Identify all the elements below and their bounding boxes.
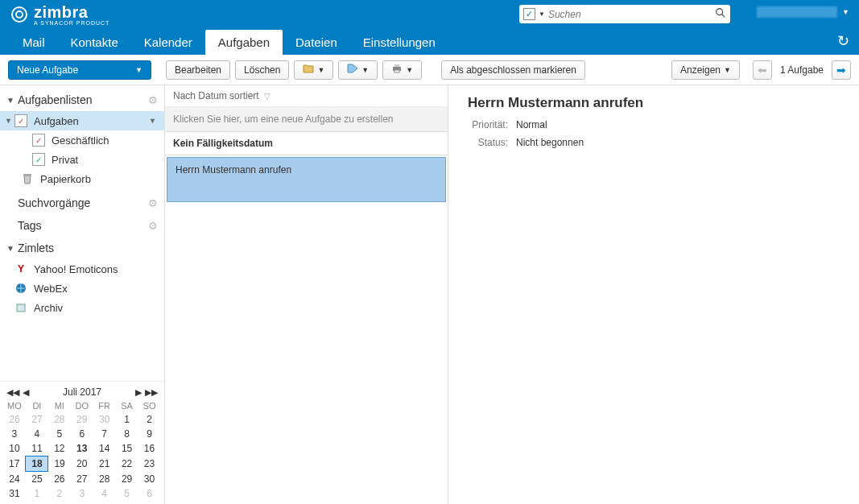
calendar-title[interactable]: Juli 2017 [63,386,101,398]
svg-rect-6 [394,70,399,72]
sort-header[interactable]: Nach Datum sortiert ▽ [165,85,448,107]
cal-day[interactable]: 30 [93,412,116,427]
trash-icon [21,172,34,185]
cal-day[interactable]: 23 [138,456,161,472]
cal-prev-month[interactable]: ◀ [23,387,29,398]
cal-day[interactable]: 9 [138,427,161,441]
cal-day[interactable]: 10 [3,441,26,456]
cal-day[interactable]: 1 [116,412,138,427]
cal-day[interactable]: 1 [26,486,48,501]
gear-icon[interactable]: ⚙ [148,94,158,106]
search-icon[interactable] [715,7,726,21]
print-menu[interactable]: ▼ [382,60,422,80]
search-input[interactable] [548,9,715,20]
archive-icon [14,301,27,314]
chevron-down-icon: ▼ [361,66,369,74]
tab-kalender[interactable]: Kalender [131,30,205,55]
cal-day[interactable]: 26 [3,412,26,427]
cal-day[interactable]: 12 [48,441,71,456]
tab-einstellungen[interactable]: Einstellungen [350,30,448,55]
new-task-inline[interactable]: Klicken Sie hier, um eine neue Aufgabe z… [165,107,448,132]
search-scope-caret-icon[interactable]: ▼ [539,10,545,18]
prev-page-button[interactable]: ⬅ [753,60,772,80]
cal-day[interactable]: 5 [48,427,71,441]
tags-header[interactable]: Tags ⚙ [0,214,164,237]
zimbra-icon [10,5,29,24]
cal-day[interactable]: 31 [3,486,26,501]
tab-dateien[interactable]: Dateien [283,30,350,55]
cal-prev-year[interactable]: ◀◀ [6,387,19,398]
cal-day[interactable]: 29 [71,412,93,427]
task-lists-header[interactable]: ▼ Aufgabenlisten ⚙ [0,89,164,111]
next-page-button[interactable]: ➡ [832,60,851,80]
mark-complete-button[interactable]: Als abgeschlossen markieren [441,60,585,80]
cal-day[interactable]: 7 [93,427,116,441]
user-name [757,6,837,18]
tab-mail[interactable]: Mail [10,30,58,55]
search-box[interactable]: ✓ ▼ [519,5,730,23]
user-menu[interactable]: ▼ [757,6,849,18]
cal-day[interactable]: 18 [26,456,48,472]
tag-menu[interactable]: ▼ [338,60,378,80]
task-group-header: Kein Fälligkeitsdatum [165,132,448,155]
cal-day[interactable]: 27 [71,472,93,487]
cal-day[interactable]: 2 [48,486,71,501]
zimlet-webex[interactable]: WebEx [0,279,164,298]
cal-day[interactable]: 6 [138,486,161,501]
tab-kontakte[interactable]: Kontakte [58,30,131,55]
svg-line-3 [722,14,725,18]
cal-day[interactable]: 19 [48,456,71,472]
cal-day[interactable]: 21 [93,456,116,472]
zimlet-archiv[interactable]: Archiv [0,298,164,317]
cal-day[interactable]: 27 [26,412,48,427]
cal-day[interactable]: 2 [138,412,161,427]
cal-day[interactable]: 16 [138,441,161,456]
cal-day[interactable]: 28 [93,472,116,487]
cal-day[interactable]: 28 [48,412,71,427]
detail-title: Herrn Mustermann anrufen [468,95,845,111]
cal-day[interactable]: 13 [71,441,93,456]
cal-day[interactable]: 22 [116,456,138,472]
cal-day[interactable]: 4 [26,427,48,441]
searches-header[interactable]: Suchvorgänge ⚙ [0,192,164,214]
search-scope-icon[interactable]: ✓ [523,8,535,20]
chevron-down-icon[interactable]: ▼ [149,117,156,125]
task-count: 1 Aufgabe [780,64,824,76]
task-item[interactable]: Herrn Mustermann anrufen [167,157,446,202]
cal-day[interactable]: 20 [71,456,93,472]
sidebar-list-aufgaben[interactable]: ▼ ✓ Aufgaben ▼ [0,111,164,130]
cal-day[interactable]: 24 [3,472,26,487]
delete-button[interactable]: Löschen [235,60,289,80]
cal-day[interactable]: 3 [71,486,93,501]
cal-day[interactable]: 6 [71,427,93,441]
refresh-button[interactable]: ↻ [837,32,849,50]
brand-logo[interactable]: zimbra A SYNACOR PRODUCT [10,3,109,26]
cal-day[interactable]: 11 [26,441,48,456]
show-menu[interactable]: Anzeigen ▼ [671,60,740,80]
new-task-button[interactable]: Neue Aufgabe ▼ [8,60,151,80]
cal-next-month[interactable]: ▶ [135,387,142,398]
cal-day[interactable]: 5 [116,486,138,501]
cal-day[interactable]: 8 [116,427,138,441]
cal-day[interactable]: 30 [138,472,161,487]
gear-icon[interactable]: ⚙ [148,220,158,232]
tab-aufgaben[interactable]: Aufgaben [205,30,283,55]
cal-next-year[interactable]: ▶▶ [145,387,158,398]
sidebar-trash[interactable]: Papierkorb [0,169,164,188]
edit-button[interactable]: Bearbeiten [166,60,230,80]
gear-icon[interactable]: ⚙ [148,197,158,209]
sidebar-list-privat[interactable]: ✓ Privat [0,150,164,169]
cal-day[interactable]: 17 [3,456,26,472]
cal-day[interactable]: 15 [116,441,138,456]
cal-day[interactable]: 4 [93,486,116,501]
cal-day[interactable]: 3 [3,427,26,441]
move-menu[interactable]: ▼ [294,60,333,80]
cal-day[interactable]: 25 [26,472,48,487]
zimlet-yahoo[interactable]: Y Yahoo! Emoticons [0,259,164,279]
cal-day[interactable]: 29 [116,472,138,487]
cal-day[interactable]: 26 [48,472,71,487]
cal-day[interactable]: 14 [93,441,116,456]
sidebar-list-geschaeftlich[interactable]: ✓ Geschäftlich [0,130,164,150]
pane-splitter[interactable] [448,85,453,504]
zimlets-header[interactable]: ▼ Zimlets [0,237,164,259]
